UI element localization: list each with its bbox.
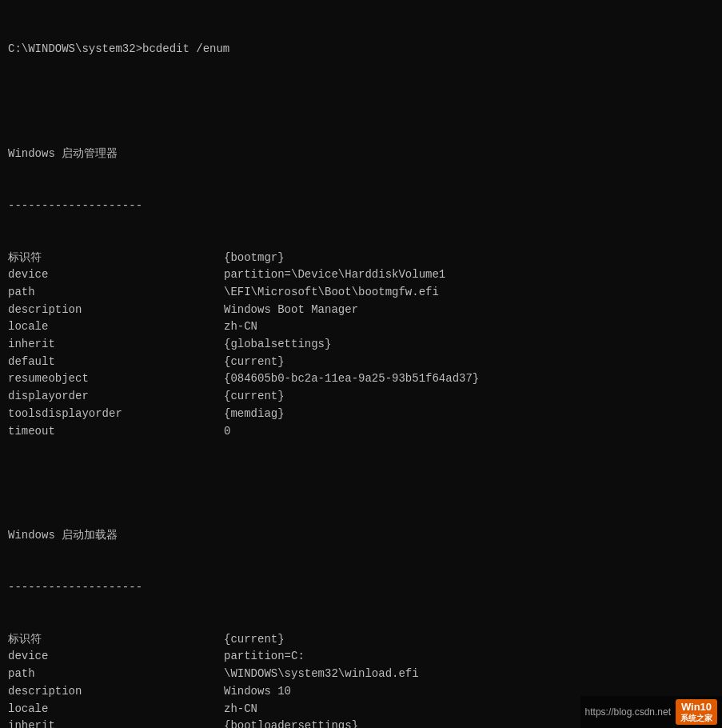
table-row: resumeobject{084605b0-bc2a-11ea-9a25-93b… [8, 370, 714, 388]
key-col: inherit [8, 336, 224, 354]
terminal-window: C:\WINDOWS\system32>bcdedit /enum Window… [0, 0, 722, 728]
key-col: timeout [8, 423, 224, 441]
watermark: https://blog.csdn.net Win10 系统之家 [580, 696, 722, 728]
key-col: default [8, 354, 224, 371]
val-col: {bootloadersettings} [224, 718, 358, 728]
watermark-url: https://blog.csdn.net [585, 706, 671, 718]
table-row: 标识符{current} [8, 631, 714, 649]
val-col: {bootmgr} [224, 250, 285, 267]
val-col: \EFI\Microsoft\Boot\bootmgfw.efi [224, 284, 439, 302]
key-col: path [8, 284, 224, 302]
section1-rows: 标识符{bootmgr}devicepartition=\Device\Hard… [8, 250, 714, 441]
val-col: zh-CN [224, 701, 257, 718]
table-row: displayorder{current} [8, 388, 714, 406]
val-col: {memdiag} [224, 406, 285, 423]
section1-title: Windows 启动管理器 [8, 146, 714, 163]
val-col: zh-CN [224, 318, 257, 336]
key-col: device [8, 648, 224, 666]
watermark-line2: 系统之家 [680, 714, 712, 723]
val-col: Windows 10 [224, 683, 291, 701]
key-col: toolsdisplayorder [8, 406, 224, 423]
val-col: {current} [224, 354, 285, 371]
section2-title: Windows 启动加载器 [8, 527, 714, 545]
val-col: {globalsettings} [224, 336, 331, 354]
table-row: path\WINDOWS\system32\winload.efi [8, 666, 714, 683]
table-row: 标识符{bootmgr} [8, 250, 714, 267]
blank-1 [8, 93, 714, 110]
val-col: {current} [224, 388, 285, 406]
table-row: timeout0 [8, 423, 714, 441]
table-row: devicepartition=\Device\HarddiskVolume1 [8, 266, 714, 284]
key-col: locale [8, 701, 224, 718]
val-col: partition=\Device\HarddiskVolume1 [224, 266, 445, 284]
prompt-top: C:\WINDOWS\system32>bcdedit /enum [8, 41, 714, 58]
key-col: device [8, 266, 224, 284]
table-row: descriptionWindows Boot Manager [8, 302, 714, 319]
table-row: localezh-CN [8, 318, 714, 336]
key-col: inherit [8, 718, 224, 728]
val-col: {084605b0-bc2a-11ea-9a25-93b51f64ad37} [224, 370, 479, 388]
section1-divider: -------------------- [8, 198, 714, 215]
table-row: toolsdisplayorder{memdiag} [8, 406, 714, 423]
val-col: 0 [224, 423, 230, 441]
val-col: \WINDOWS\system32\winload.efi [224, 666, 419, 683]
section2-divider: -------------------- [8, 579, 714, 597]
key-col: description [8, 683, 224, 701]
key-col: displayorder [8, 388, 224, 406]
watermark-badge: Win10 系统之家 [676, 699, 717, 725]
table-row: default{current} [8, 354, 714, 371]
table-row: devicepartition=C: [8, 648, 714, 666]
watermark-line1: Win10 [681, 701, 712, 714]
key-col: resumeobject [8, 370, 224, 388]
val-col: Windows Boot Manager [224, 302, 358, 319]
key-col: 标识符 [8, 250, 224, 267]
blank-2 [8, 475, 714, 493]
key-col: description [8, 302, 224, 319]
table-row: path\EFI\Microsoft\Boot\bootmgfw.efi [8, 284, 714, 302]
key-col: path [8, 666, 224, 683]
key-col: locale [8, 318, 224, 336]
val-col: {current} [224, 631, 285, 649]
val-col: partition=C: [224, 648, 305, 666]
key-col: 标识符 [8, 631, 224, 649]
table-row: inherit{globalsettings} [8, 336, 714, 354]
